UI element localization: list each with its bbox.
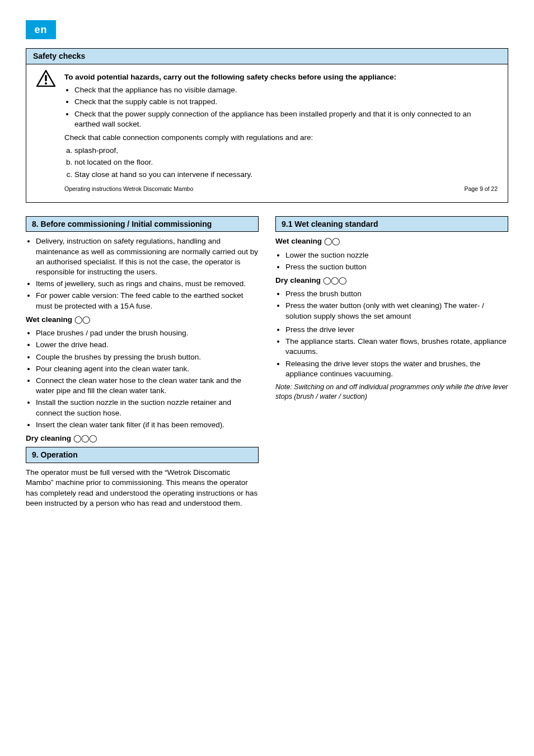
circles-icon: ◯◯◯	[73, 433, 97, 444]
list-item: Items of jewellery, such as rings and ch…	[36, 279, 259, 289]
columns: 8. Before commissioning / Initial commis…	[26, 216, 508, 512]
safety-subitem: Stay close at hand so you can intervene …	[74, 170, 498, 180]
list-item: Pour cleaning agent into the clean water…	[36, 364, 259, 374]
section-8-list: Delivery, instruction on safety regulati…	[26, 236, 259, 311]
section-91-note: Note: Switching on and off individual pr…	[275, 382, 508, 402]
list-item: Delivery, instruction on safety regulati…	[36, 236, 259, 277]
list-item: Lower the suction nozzle	[285, 250, 508, 260]
safety-checks-title: Safety checks	[26, 49, 508, 64]
wet-cleaning-list: Place brushes / pad under the brush hous…	[26, 328, 259, 430]
caption-row: Operating instructions Wetrok Discomatic…	[64, 185, 498, 193]
caption-left: Operating instructions Wetrok Discomatic…	[64, 185, 193, 193]
right-column: 9.1 Wet cleaning standard Wet cleaning ◯…	[275, 216, 508, 512]
safety-checks-text: To avoid potential hazards, carry out th…	[64, 72, 498, 193]
list-item: Releasing the drive lever stops the wate…	[285, 359, 508, 379]
list-item: Press the water button (only with wet cl…	[285, 301, 508, 321]
list-item: For power cable version: The feed cable …	[36, 291, 259, 311]
circles-icon: ◯◯◯	[323, 276, 346, 286]
safety-checks-body: To avoid potential hazards, carry out th…	[26, 64, 508, 202]
safety-lead: To avoid potential hazards, carry out th…	[64, 72, 498, 82]
safety-item: Check that the supply cable is not trapp…	[74, 97, 498, 107]
operation-list: Press the drive lever The appliance star…	[275, 325, 508, 379]
caption-right: Page 9 of 22	[464, 185, 498, 193]
list-item: Install the suction nozzle in the suctio…	[36, 398, 259, 418]
safety-item: Check that the appliance has no visible …	[74, 85, 498, 95]
dry-cleaning-list: Press the brush button Press the water b…	[275, 289, 508, 321]
wet-cleaning-label: Wet cleaning ◯◯	[275, 236, 508, 246]
safety-list-main: Check that the appliance has no visible …	[64, 85, 498, 129]
list-item: Press the brush button	[285, 289, 508, 299]
left-column: 8. Before commissioning / Initial commis…	[26, 216, 259, 512]
section-91-title: 9.1 Wet cleaning standard	[275, 216, 508, 232]
safety-sub-intro: Check that cable connection components c…	[64, 133, 498, 143]
safety-list-sub: splash-proof, not located on the floor. …	[64, 146, 498, 180]
section-9-title: 9. Operation	[26, 447, 259, 463]
wet-cleaning-list: Lower the suction nozzle Press the sucti…	[275, 250, 508, 272]
list-item: Connect the clean water hose to the clea…	[36, 376, 259, 396]
list-item: Insert the clean water tank filter (if i…	[36, 420, 259, 430]
dry-cleaning-label: Dry cleaning ◯◯◯	[26, 433, 259, 444]
language-tag: en	[26, 20, 56, 39]
safety-subitem: splash-proof,	[74, 146, 498, 156]
section-9-body: The operator must be full versed with th…	[26, 468, 259, 508]
list-item: Lower the drive head.	[36, 340, 259, 350]
dry-cleaning-label: Dry cleaning ◯◯◯	[275, 276, 508, 286]
list-item: Press the suction button	[285, 262, 508, 272]
safety-checks-box: Safety checks To avoid potential hazards…	[26, 48, 508, 203]
section-8-title: 8. Before commissioning / Initial commis…	[26, 216, 259, 232]
circles-icon: ◯◯	[74, 315, 90, 325]
list-item: Press the drive lever	[285, 325, 508, 335]
list-item: Couple the brushes by pressing the brush…	[36, 352, 259, 362]
list-item: The appliance starts. Clean water flows,…	[285, 337, 508, 357]
list-item: Place brushes / pad under the brush hous…	[36, 328, 259, 338]
circles-icon: ◯◯	[324, 236, 340, 246]
safety-subitem: not located on the floor.	[74, 157, 498, 167]
safety-item: Check that the power supply connection o…	[74, 109, 498, 129]
wet-cleaning-label: Wet cleaning ◯◯	[26, 315, 259, 325]
warning-icon	[36, 70, 55, 87]
svg-point-2	[45, 82, 47, 85]
page: en Safety checks To avoid potential haza…	[0, 0, 534, 756]
svg-rect-1	[45, 75, 46, 81]
